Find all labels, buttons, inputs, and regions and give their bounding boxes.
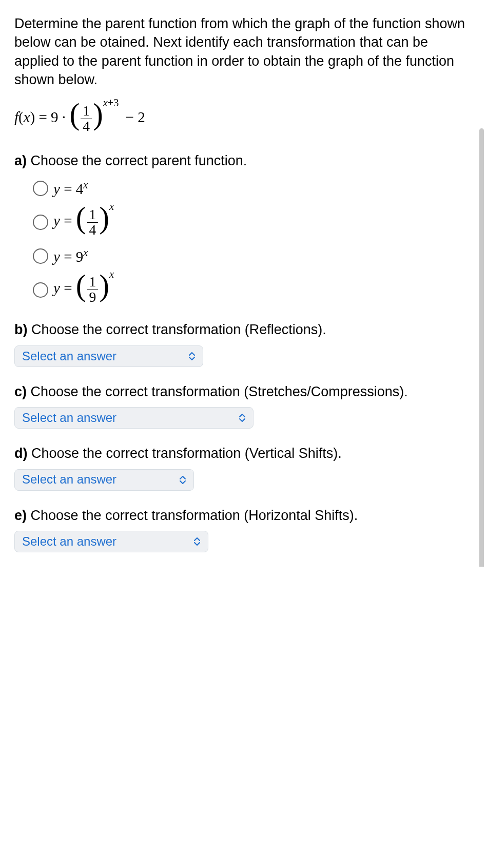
radio-icon[interactable]	[33, 248, 48, 264]
radio-icon[interactable]	[33, 215, 48, 230]
part-a: a) Choose the correct parent function. y…	[14, 151, 473, 305]
option-3-math: y = 9x	[53, 246, 88, 267]
part-c-label: c) Choose the correct transformation (St…	[14, 382, 473, 401]
option-1[interactable]: y = 4x	[33, 178, 473, 199]
select-placeholder: Select an answer	[22, 348, 116, 364]
radio-icon[interactable]	[33, 282, 48, 298]
superscript: x	[83, 179, 88, 190]
part-d: d) Choose the correct transformation (Ve…	[14, 444, 473, 490]
option-2[interactable]: y = (14)x	[33, 207, 473, 238]
select-placeholder: Select an answer	[22, 410, 116, 426]
part-c: c) Choose the correct transformation (St…	[14, 382, 473, 429]
chevron-up-down-icon	[179, 476, 186, 484]
select-placeholder: Select an answer	[22, 533, 116, 550]
option-4-math: y = (19)x	[53, 275, 114, 305]
part-e-label: e) Choose the correct transformation (Ho…	[14, 506, 473, 525]
part-b: b) Choose the correct transformation (Re…	[14, 320, 473, 367]
select-placeholder: Select an answer	[22, 471, 116, 488]
superscript: x	[109, 268, 114, 280]
superscript: x	[83, 247, 88, 258]
part-e-select[interactable]: Select an answer	[14, 531, 208, 552]
option-1-math: y = 4x	[53, 178, 88, 199]
option-2-math: y = (14)x	[53, 207, 114, 238]
part-c-select[interactable]: Select an answer	[14, 407, 254, 429]
part-a-options: y = 4x y = (14)x y = 9x y = (19)x	[14, 178, 473, 305]
part-a-label: a) Choose the correct parent function.	[14, 151, 473, 170]
part-b-select[interactable]: Select an answer	[14, 345, 203, 367]
superscript: x	[109, 201, 114, 212]
part-d-label: d) Choose the correct transformation (Ve…	[14, 444, 473, 462]
question-intro: Determine the parent function from which…	[14, 14, 473, 89]
chevron-up-down-icon	[188, 352, 196, 360]
radio-icon[interactable]	[33, 181, 48, 196]
part-d-select[interactable]: Select an answer	[14, 469, 194, 491]
main-formula: f(x) = 9 · (14)x+3 − 2	[14, 104, 473, 134]
option-3[interactable]: y = 9x	[33, 246, 473, 267]
option-4[interactable]: y = (19)x	[33, 275, 473, 305]
part-e: e) Choose the correct transformation (Ho…	[14, 506, 473, 552]
part-b-label: b) Choose the correct transformation (Re…	[14, 320, 473, 339]
chevron-up-down-icon	[239, 414, 246, 422]
chevron-up-down-icon	[193, 537, 201, 546]
scrollbar[interactable]	[479, 128, 484, 567]
